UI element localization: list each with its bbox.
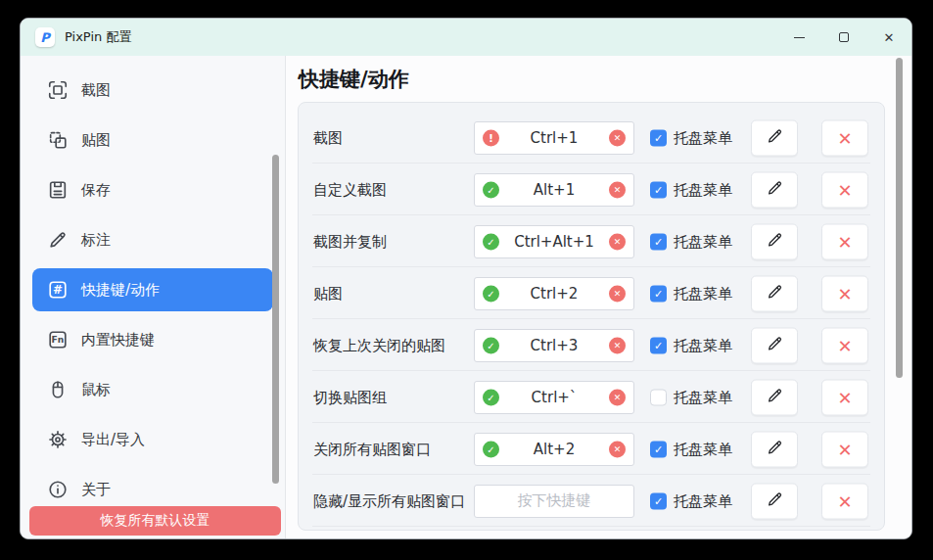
hotkey-input[interactable]: 按下快捷键 xyxy=(474,485,634,518)
clear-hotkey-icon[interactable]: ✕ xyxy=(609,337,626,353)
app-logo-icon: P xyxy=(35,27,55,47)
edit-button[interactable] xyxy=(751,431,798,467)
reset-defaults-button[interactable]: 恢复所有默认设置 xyxy=(29,506,281,536)
hotkey-panel: 截图!Ctrl+1✕✓托盘菜单✕自定义截图✓Alt+1✕✓托盘菜单✕截图并复制✓… xyxy=(298,102,885,531)
sidebar-item-4[interactable]: 标注 xyxy=(32,218,273,261)
hotkey-row: 隐藏/显示所有贴图窗口按下快捷键✓托盘菜单✕ xyxy=(299,475,884,527)
delete-x-icon: ✕ xyxy=(837,179,852,200)
tray-checkbox[interactable]: ✓ xyxy=(650,129,667,146)
sidebar-item-6[interactable]: Fn内置快捷键 xyxy=(32,318,273,361)
hotkey-input[interactable]: ✓Alt+1✕ xyxy=(474,173,634,207)
edit-button[interactable] xyxy=(751,379,798,415)
sidebar-item-label: 关于 xyxy=(81,481,111,499)
hotkey-input[interactable]: ✓Ctrl+Alt+1✕ xyxy=(474,225,634,258)
minimize-button[interactable] xyxy=(776,19,821,56)
edit-button[interactable] xyxy=(751,119,798,156)
pencil-icon xyxy=(766,490,784,512)
save-icon xyxy=(47,179,69,201)
edit-button[interactable] xyxy=(751,327,798,363)
tray-menu-label: 托盘菜单 xyxy=(674,388,732,406)
sidebar-item-7[interactable]: 鼠标 xyxy=(32,368,273,411)
pencil-icon xyxy=(766,283,784,304)
sidebar-item-2[interactable]: 贴图 xyxy=(32,118,273,162)
sidebar-item-5[interactable]: #快捷键/动作 xyxy=(32,268,273,311)
ok-icon: ✓ xyxy=(483,285,499,302)
hotkey-input[interactable]: ✓Ctrl+3✕ xyxy=(474,329,634,362)
hotkey-row: 截图并复制✓Ctrl+Alt+1✕✓托盘菜单✕ xyxy=(299,215,884,267)
hotkey-row: 恢复上次关闭的贴图✓Ctrl+3✕✓托盘菜单✕ xyxy=(299,319,884,371)
screenshot-icon xyxy=(47,79,69,101)
hotkey-input[interactable]: ✓Ctrl+2✕ xyxy=(474,277,634,310)
close-button[interactable]: ✕ xyxy=(866,19,911,56)
hotkey-input[interactable]: !Ctrl+1✕ xyxy=(474,121,634,155)
maximize-button[interactable] xyxy=(821,19,866,56)
sidebar-item-8[interactable]: 导出/导入 xyxy=(32,418,273,461)
hotkey-value: Alt+2 xyxy=(534,441,575,458)
clear-hotkey-icon[interactable]: ✕ xyxy=(609,181,626,198)
sidebar-item-label: 贴图 xyxy=(81,131,111,150)
tray-checkbox[interactable]: ✓ xyxy=(650,441,667,457)
delete-button[interactable]: ✕ xyxy=(821,223,868,259)
sidebar-item-1[interactable]: 截图 xyxy=(32,69,273,112)
sidebar-item-label: 截图 xyxy=(81,81,111,100)
edit-button[interactable] xyxy=(751,483,798,519)
maximize-icon xyxy=(839,32,849,42)
ok-icon: ✓ xyxy=(483,389,499,405)
clear-hotkey-icon[interactable]: ✕ xyxy=(609,441,626,457)
action-label: 切换贴图组 xyxy=(313,388,387,406)
hotkey-row: 贴图✓Ctrl+2✕✓托盘菜单✕ xyxy=(299,267,884,319)
delete-button[interactable]: ✕ xyxy=(821,119,868,156)
mouse-icon xyxy=(47,379,69,400)
sidebar-item-3[interactable]: 保存 xyxy=(32,168,273,211)
clear-hotkey-icon[interactable]: ✕ xyxy=(609,233,626,250)
svg-text:Fn: Fn xyxy=(52,334,65,345)
clear-hotkey-icon[interactable]: ✕ xyxy=(609,285,626,302)
action-label: 关闭所有贴图窗口 xyxy=(313,440,431,458)
delete-button[interactable]: ✕ xyxy=(821,431,868,467)
edit-button[interactable] xyxy=(751,223,798,259)
delete-button[interactable]: ✕ xyxy=(821,379,868,415)
clear-hotkey-icon[interactable]: ✕ xyxy=(609,129,626,146)
tray-checkbox[interactable]: ✓ xyxy=(650,181,667,198)
hotkey-row: 关闭所有贴图窗口✓Alt+2✕✓托盘菜单✕ xyxy=(299,423,884,475)
pixpin-config-window: P PixPin 配置 ✕ 截图贴图保存标注#快捷键/动作Fn内置快捷键鼠标导出… xyxy=(20,18,912,539)
tray-checkbox[interactable] xyxy=(650,389,667,405)
hotkey-input[interactable]: ✓Alt+2✕ xyxy=(474,433,634,466)
annotate-icon xyxy=(47,229,69,251)
pencil-icon xyxy=(766,179,784,201)
sidebar-item-label: 快捷键/动作 xyxy=(81,281,160,300)
pencil-icon xyxy=(766,335,784,356)
hotkey-value: Ctrl+Alt+1 xyxy=(514,233,594,251)
tray-menu-label: 托盘菜单 xyxy=(674,491,732,510)
clear-hotkey-icon[interactable]: ✕ xyxy=(609,389,626,405)
hotkey-placeholder: 按下快捷键 xyxy=(518,491,591,510)
tray-checkbox[interactable]: ✓ xyxy=(650,337,667,353)
sidebar-item-label: 内置快捷键 xyxy=(81,331,155,350)
delete-button[interactable]: ✕ xyxy=(821,171,868,208)
content-scrollbar[interactable] xyxy=(896,58,903,378)
tray-checkbox[interactable]: ✓ xyxy=(650,492,667,509)
hotkey-input[interactable]: ✓Ctrl+`✕ xyxy=(474,381,634,414)
window-controls: ✕ xyxy=(776,19,911,56)
ok-icon: ✓ xyxy=(483,233,499,250)
tray-menu-label: 托盘菜单 xyxy=(674,180,732,199)
sidebar-scrollbar[interactable] xyxy=(272,155,279,484)
edit-button[interactable] xyxy=(751,275,798,311)
sidebar-item-9[interactable]: 关于 xyxy=(32,468,273,511)
edit-button[interactable] xyxy=(751,171,798,208)
page-title: 快捷键/动作 xyxy=(299,66,409,93)
tray-checkbox[interactable]: ✓ xyxy=(650,285,667,302)
titlebar[interactable]: P PixPin 配置 ✕ xyxy=(21,19,911,56)
pencil-icon xyxy=(766,127,784,149)
tray-checkbox[interactable]: ✓ xyxy=(650,233,667,250)
delete-x-icon: ✕ xyxy=(837,231,852,252)
ok-icon: ✓ xyxy=(483,337,499,353)
minimize-icon xyxy=(794,37,805,38)
delete-button[interactable]: ✕ xyxy=(821,483,868,519)
delete-button[interactable]: ✕ xyxy=(821,327,868,363)
pin-image-icon xyxy=(47,129,69,151)
error-icon: ! xyxy=(483,129,499,146)
app-body: 截图贴图保存标注#快捷键/动作Fn内置快捷键鼠标导出/导入关于 恢复所有默认设置… xyxy=(21,56,911,539)
delete-button[interactable]: ✕ xyxy=(821,275,868,311)
tray-menu-label: 托盘菜单 xyxy=(674,128,732,147)
